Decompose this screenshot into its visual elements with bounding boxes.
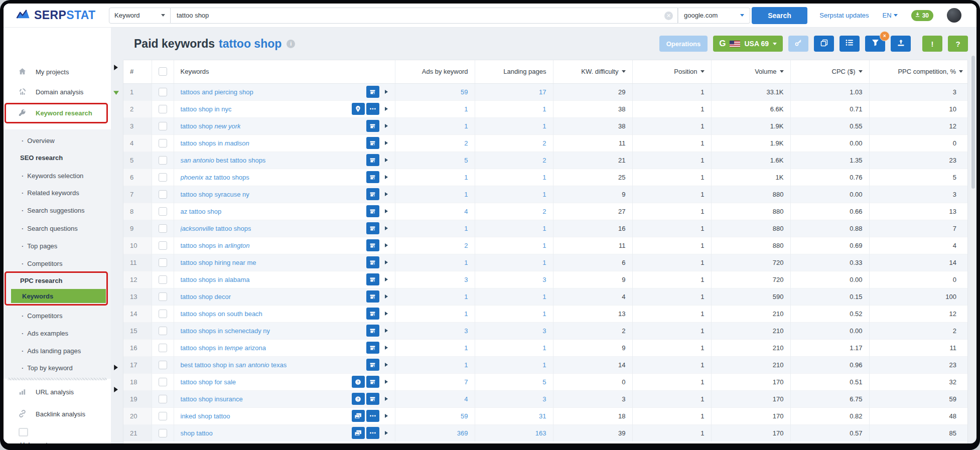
expand-row-icon[interactable] — [384, 158, 388, 163]
landing-pages-cell[interactable]: 3 — [475, 390, 553, 407]
keyword-link[interactable]: tattoo shops on south beach — [181, 310, 262, 318]
ads-by-keyword-cell[interactable]: 7 — [395, 373, 475, 390]
sidebar-item-domain-analysis[interactable]: Domain analysis — [4, 85, 111, 99]
keyword-link[interactable]: tattoo shop insurance — [181, 395, 243, 403]
keyword-link[interactable]: tattoo shop for sale — [181, 378, 236, 386]
more-options-icon[interactable] — [366, 410, 379, 422]
ads-store-icon[interactable] — [366, 376, 379, 388]
search-engine-select[interactable]: google.com — [678, 8, 750, 24]
ads-store-icon[interactable] — [366, 86, 379, 98]
sidebar-scrollbar[interactable] — [8, 378, 107, 380]
columns-settings-button[interactable] — [839, 36, 860, 52]
ads-store-icon[interactable] — [366, 393, 379, 405]
ads-by-keyword-cell[interactable]: 3 — [395, 322, 475, 339]
landing-pages-cell[interactable]: 1 — [475, 220, 553, 237]
keyword-link[interactable]: tattoos and piercing shop — [181, 88, 253, 96]
landing-pages-cell[interactable]: 1 — [475, 186, 553, 203]
keyword-link[interactable]: az tattoo shop — [181, 208, 222, 215]
scrollbar-thumb[interactable] — [971, 56, 975, 189]
expand-row-icon[interactable] — [384, 396, 388, 401]
row-checkbox[interactable] — [159, 122, 167, 130]
more-options-icon[interactable] — [366, 427, 379, 439]
expand-row-icon[interactable] — [384, 277, 388, 282]
row-checkbox[interactable] — [159, 310, 167, 318]
question-circle-icon[interactable]: ? — [352, 376, 365, 388]
ad-images-icon[interactable] — [352, 410, 365, 422]
keyword-research-collapse-icon[interactable] — [113, 88, 119, 97]
keyword-link[interactable]: phoenix az tattoo shops — [181, 174, 249, 181]
row-checkbox[interactable] — [159, 190, 167, 199]
column-header-kw_difficulty[interactable]: KW. difficulty — [553, 60, 632, 83]
ads-by-keyword-cell[interactable]: 5 — [395, 152, 475, 169]
select-all-checkbox[interactable] — [159, 67, 167, 76]
ads-by-keyword-cell[interactable]: 2 — [395, 134, 475, 152]
ads-by-keyword-cell[interactable]: 1 — [395, 339, 475, 356]
landing-pages-cell[interactable]: 1 — [475, 100, 553, 117]
help-button[interactable]: ? — [948, 36, 968, 52]
sidebar-item-top-pages[interactable]: Top pages — [22, 240, 57, 251]
landing-pages-cell[interactable]: 5 — [475, 373, 553, 390]
region-select-button[interactable]: G USA 69 — [713, 36, 783, 52]
expand-row-icon[interactable] — [384, 89, 388, 94]
keyword-link[interactable]: tattoo shop in nyc — [181, 105, 232, 113]
sidebar-item-keyword-research[interactable]: Keyword research — [4, 106, 111, 120]
expand-row-icon[interactable] — [384, 106, 388, 111]
map-pin-9-icon[interactable]: 9 — [352, 103, 365, 115]
keyword-link[interactable]: inked shop tattoo — [181, 412, 230, 420]
ads-store-icon[interactable] — [366, 359, 379, 371]
row-checkbox[interactable] — [159, 344, 167, 352]
keyword-link[interactable]: tattoo shop new york — [181, 122, 241, 130]
expand-row-icon[interactable] — [384, 430, 388, 435]
ads-by-keyword-cell[interactable]: 1 — [395, 356, 475, 373]
keyword-link[interactable]: tattoo shops in arlington — [181, 242, 250, 249]
api-connections-button[interactable] — [788, 36, 808, 52]
landing-pages-cell[interactable]: 1 — [475, 288, 553, 305]
landing-pages-cell[interactable]: 1 — [475, 254, 553, 271]
sidebar-item-keywords-selection[interactable]: Keywords selection — [22, 170, 83, 181]
info-icon[interactable]: i — [287, 40, 295, 48]
serpstat-updates-link[interactable]: Serpstat updates — [819, 12, 869, 19]
ads-by-keyword-cell[interactable]: 1 — [395, 288, 475, 305]
operations-button[interactable]: Operations — [659, 36, 708, 52]
row-checkbox[interactable] — [159, 241, 167, 250]
ads-store-icon[interactable] — [366, 171, 379, 183]
sidebar-item-keywords-active[interactable]: Keywords — [11, 289, 106, 303]
row-checkbox[interactable] — [159, 395, 167, 403]
ads-store-icon[interactable] — [366, 154, 379, 166]
keyword-link[interactable]: tattoo shop hiring near me — [181, 259, 256, 266]
credits-badge[interactable]: 30 — [911, 10, 933, 21]
ads-store-icon[interactable] — [366, 205, 379, 217]
keyword-link[interactable]: tattoo shops in tempe arizona — [181, 344, 266, 352]
column-header-ppc_competition[interactable]: PPC competition, % — [869, 60, 968, 83]
clear-filter-badge[interactable]: × — [880, 31, 890, 41]
sidebar-item-ads-examples[interactable]: Ads examples — [22, 328, 68, 339]
ads-by-keyword-cell[interactable]: 59 — [395, 407, 475, 424]
ads-store-icon[interactable] — [366, 273, 379, 285]
landing-pages-cell[interactable]: 31 — [475, 407, 553, 424]
expand-row-icon[interactable] — [384, 413, 388, 418]
landing-pages-cell[interactable]: 1 — [475, 356, 553, 373]
sidebar-item-search-suggestions[interactable]: Search suggestions — [22, 205, 85, 216]
ads-by-keyword-cell[interactable]: 1 — [395, 254, 475, 271]
ads-store-icon[interactable] — [366, 188, 379, 200]
ads-store-icon[interactable] — [366, 308, 379, 320]
ads-store-icon[interactable] — [366, 256, 379, 268]
keyword-link[interactable]: shop tattoo — [181, 429, 213, 437]
ads-store-icon[interactable] — [366, 290, 379, 303]
serpstat-logo[interactable]: SERPSTAT — [16, 8, 108, 23]
domain-analysis-expand-icon[interactable] — [113, 63, 118, 72]
column-header-volume[interactable]: Volume — [711, 60, 790, 83]
keyword-link[interactable]: jacksonville tattoo shops — [181, 225, 251, 232]
sidebar-item-url-analysis[interactable]: URL analysis — [4, 385, 111, 399]
keyword-link[interactable]: best tattoo shop in san antonio texas — [181, 361, 287, 369]
ads-by-keyword-cell[interactable]: 4 — [395, 390, 475, 407]
ads-by-keyword-cell[interactable]: 1 — [395, 100, 475, 117]
row-checkbox[interactable] — [159, 156, 167, 165]
avatar[interactable] — [947, 8, 961, 23]
sidebar-item-ads-landing-pages[interactable]: Ads landing pages — [22, 345, 81, 356]
row-checkbox[interactable] — [159, 412, 167, 420]
landing-pages-cell[interactable]: 17 — [475, 83, 553, 100]
landing-pages-cell[interactable]: 1 — [475, 305, 553, 322]
expand-row-icon[interactable] — [384, 260, 388, 265]
landing-pages-cell[interactable]: 1 — [475, 117, 553, 134]
